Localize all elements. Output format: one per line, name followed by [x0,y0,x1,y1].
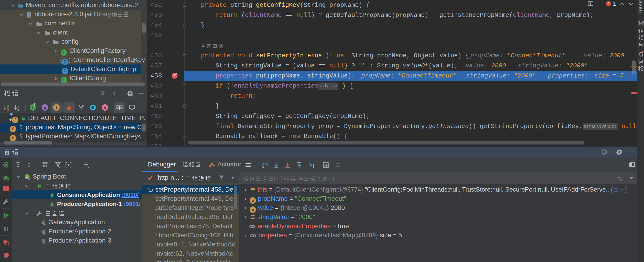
svg-text:z: z [17,108,19,111]
